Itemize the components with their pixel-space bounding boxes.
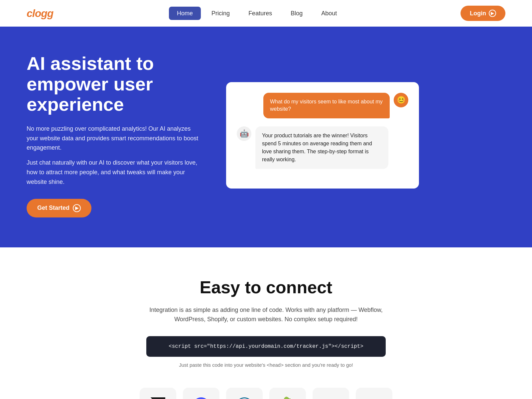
chat-messages: What do my visitors seem to like most ab…: [237, 93, 408, 169]
login-button[interactable]: Login ▶: [461, 6, 505, 21]
chat-card: What do my visitors seem to like most ab…: [226, 82, 419, 189]
chat-user-message: What do my visitors seem to like most ab…: [237, 93, 408, 118]
platform-shopify: [269, 388, 306, 399]
platform-webflow: W: [183, 388, 219, 399]
navbar: clogg Home Pricing Features Blog About L…: [0, 0, 532, 27]
easy-connect-subtitle: Integration is as simple as adding one l…: [146, 305, 386, 325]
hero-section: AI assistant to empower user experience …: [0, 27, 532, 247]
platform-wordpress: [226, 388, 263, 399]
nav-item-about[interactable]: About: [313, 10, 345, 17]
hero-title: AI assistant to empower user experience: [27, 53, 200, 115]
chat-bubble-bot: Your product tutorials are the winner! V…: [255, 126, 388, 169]
chat-bubble-user: What do my visitors seem to like most ab…: [263, 93, 390, 118]
login-arrow-icon: ▶: [489, 10, 496, 17]
platform-framer: [140, 388, 176, 399]
hero-description-1: No more puzzling over complicated analyt…: [27, 124, 200, 153]
svg-marker-0: [151, 397, 165, 399]
code-hint: Just paste this code into your website's…: [27, 362, 505, 368]
hero-description-2: Just chat naturally with our AI to disco…: [27, 158, 200, 187]
hero-text: AI assistant to empower user experience …: [27, 53, 200, 217]
nav-item-blog[interactable]: Blog: [283, 10, 311, 17]
easy-connect-section: Easy to connect Integration is as simple…: [0, 247, 532, 399]
framer-icon: [151, 397, 165, 399]
nav-item-home[interactable]: Home: [169, 10, 201, 17]
logo[interactable]: clogg: [27, 7, 53, 20]
nav-item-features[interactable]: Features: [240, 10, 280, 17]
webflow-icon: W: [193, 397, 210, 399]
chat-bot-message: 🤖 Your product tutorials are the winner!…: [237, 126, 408, 169]
shopify-icon: [279, 397, 296, 399]
wordpress-icon: [236, 397, 253, 399]
user-avatar: 😊: [394, 93, 408, 107]
nav-item-pricing[interactable]: Pricing: [203, 10, 238, 17]
platforms-list: W Wix: [27, 388, 505, 399]
code-snippet-block: <script src="https://api.yourdomain.com/…: [146, 336, 386, 357]
get-started-button[interactable]: Get Started ▶: [27, 199, 91, 217]
platform-squarespace: [356, 388, 392, 399]
get-started-arrow-icon: ▶: [73, 204, 81, 212]
nav-links: Home Pricing Features Blog About: [169, 10, 345, 17]
platform-wix: Wix: [313, 388, 349, 399]
easy-connect-title: Easy to connect: [27, 277, 505, 297]
bot-avatar: 🤖: [237, 126, 251, 141]
